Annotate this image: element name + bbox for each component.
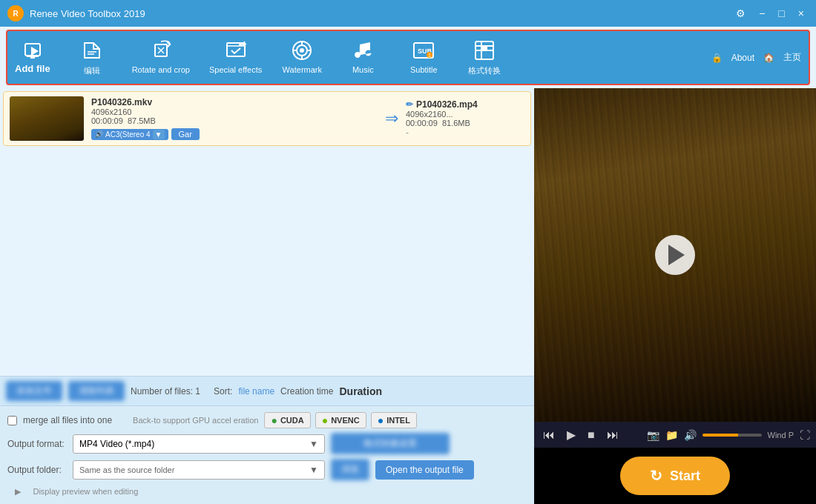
content-area: P1040326.mkv 4096x2160 00:00:09 87.5MB 🔊… <box>0 88 816 504</box>
intel-label: INTEL <box>386 416 410 425</box>
svg-point-11 <box>239 43 242 46</box>
file-thumbnail <box>10 96 84 141</box>
screenshot-button[interactable]: 📷 <box>647 429 659 441</box>
tool-effects[interactable]: Special effects <box>200 36 271 79</box>
svg-point-15 <box>300 48 304 53</box>
output-format-row: Output format: MP4 Video (*.mp4) ▼ 格式转换设… <box>7 433 527 454</box>
preset-badge[interactable]: Gar <box>171 128 200 140</box>
preview-label: Display preview when editing <box>33 487 138 496</box>
open-folder-button[interactable]: Open the output file <box>375 460 474 480</box>
sort-label: Sort: <box>214 386 232 397</box>
sort-duration[interactable]: Duration <box>339 385 382 397</box>
nvenc-label: NVENC <box>331 416 360 425</box>
source-filename: P1040326.mkv <box>91 97 378 107</box>
title-bar: R Renee Video Toolbox 2019 ⚙ − □ × <box>0 0 816 27</box>
toolbar-right: 🔒 About 🏠 主页 <box>711 51 801 64</box>
sort-filename[interactable]: file name <box>238 386 274 397</box>
audio-track-badge[interactable]: 🔊 AC3(Stereo 4 ▼ <box>91 129 168 140</box>
toolbar: Add file 编辑 <box>6 30 810 85</box>
add-file-button[interactable]: Add file <box>15 41 50 74</box>
volume-slider[interactable] <box>703 434 762 437</box>
app-logo: R <box>7 5 24 21</box>
clear-list-button[interactable]: 清除列表 <box>68 381 125 401</box>
open-folder-player-button[interactable]: 📁 <box>665 429 678 441</box>
svg-rect-28 <box>482 47 487 50</box>
window-controls: ⚙ − □ × <box>731 7 809 19</box>
svg-rect-2 <box>27 56 39 57</box>
source-resolution: 4096x2160 <box>91 107 378 116</box>
skip-forward-button[interactable]: ⏭ <box>604 427 622 443</box>
volume-label: Wind P <box>768 431 794 440</box>
folder-select[interactable]: Same as the source folder ▼ <box>73 460 325 480</box>
file-count: Number of files: 1 <box>131 386 200 397</box>
gpu-badges: ● CUDA ● NVENC ● INTEL <box>264 412 416 428</box>
toolbar-tools: 编辑 Rotate and crop <box>62 36 711 79</box>
player-right: 📷 📁 🔊 Wind P ⛶ <box>647 429 810 441</box>
play-button[interactable] <box>655 235 695 275</box>
sort-creation[interactable]: Creation time <box>280 386 333 397</box>
intel-badge[interactable]: ● INTEL <box>371 412 417 428</box>
volume-button[interactable]: 🔊 <box>684 429 697 441</box>
minimize-btn[interactable]: − <box>754 7 769 19</box>
cuda-badge[interactable]: ● CUDA <box>264 412 310 428</box>
merge-row: merge all files into one Back-to support… <box>7 412 527 428</box>
tool-rotate[interactable]: Rotate and crop <box>123 36 199 79</box>
svg-marker-1 <box>31 47 39 56</box>
output-folder-row: Output folder: Same as the source folder… <box>7 459 527 480</box>
table-row: P1040326.mkv 4096x2160 00:00:09 87.5MB 🔊… <box>3 91 531 146</box>
fullscreen-button[interactable]: ⛶ <box>800 429 810 441</box>
app-title: Renee Video Toolbox 2019 <box>30 8 731 19</box>
settings-btn[interactable]: ⚙ <box>731 7 750 19</box>
convert-settings-button[interactable]: 格式转换设置 <box>331 433 450 454</box>
about-link[interactable]: About <box>731 53 754 63</box>
player-controls: ⏮ ▶ ■ ⏭ 📷 📁 🔊 Wind P ⛶ <box>534 422 816 448</box>
tool-subtitle[interactable]: SUB 1 Subtitle <box>394 36 453 79</box>
tool-convert[interactable]: 格式转换 <box>455 36 514 79</box>
start-icon: ↻ <box>650 467 662 485</box>
home-link[interactable]: 主页 <box>783 51 801 64</box>
nvenc-badge[interactable]: ● NVENC <box>315 412 366 428</box>
play-pause-button[interactable]: ▶ <box>564 426 579 443</box>
preview-row: ▶ Display preview when editing <box>7 485 527 498</box>
play-icon <box>668 245 685 265</box>
file-output: ✏ P1040326.mp4 4096x2160... 00:00:09 81.… <box>406 99 524 138</box>
add-file-button[interactable]: 添加文件 <box>6 381 62 401</box>
close-btn[interactable]: × <box>794 7 809 19</box>
output-filename: ✏ P1040326.mp4 <box>406 99 524 110</box>
right-panel: ⏮ ▶ ■ ⏭ 📷 📁 🔊 Wind P ⛶ ↻ Start <box>534 88 816 504</box>
file-info: P1040326.mkv 4096x2160 00:00:09 87.5MB 🔊… <box>91 97 378 140</box>
edit-icon: ✏ <box>406 99 413 110</box>
merge-checkbox[interactable] <box>7 416 17 425</box>
svg-text:1: 1 <box>428 53 431 58</box>
gpu-support-label: Back-to support GPU accel eration <box>133 416 258 425</box>
settings-panel: merge all files into one Back-to support… <box>0 405 534 504</box>
source-duration-size: 00:00:09 87.5MB <box>91 116 378 125</box>
tool-edit[interactable]: 编辑 <box>62 36 122 79</box>
stop-button[interactable]: ■ <box>585 427 598 443</box>
start-button[interactable]: ↻ Start <box>620 457 730 495</box>
output-folder-label: Output folder: <box>7 465 67 475</box>
maximize-btn[interactable]: □ <box>774 7 789 19</box>
skip-back-button[interactable]: ⏮ <box>540 427 558 443</box>
merge-label: merge all files into one <box>23 415 112 425</box>
video-preview <box>534 88 816 422</box>
bottom-bar: 添加文件 清除列表 Number of files: 1 Sort: file … <box>0 376 534 405</box>
output-format-label: Output format: <box>7 439 67 449</box>
tool-watermark[interactable]: Watermark <box>272 36 332 79</box>
tool-music[interactable]: Music <box>333 36 392 79</box>
convert-arrow: ⇒ <box>385 109 398 128</box>
left-panel: P1040326.mkv 4096x2160 00:00:09 87.5MB 🔊… <box>0 88 534 504</box>
format-select[interactable]: MP4 Video (*.mp4) ▼ <box>73 434 325 454</box>
cuda-label: CUDA <box>280 416 304 425</box>
file-list: P1040326.mkv 4096x2160 00:00:09 87.5MB 🔊… <box>0 88 534 376</box>
svg-rect-3 <box>30 57 35 59</box>
browse-button[interactable]: 浏览 <box>331 459 369 480</box>
